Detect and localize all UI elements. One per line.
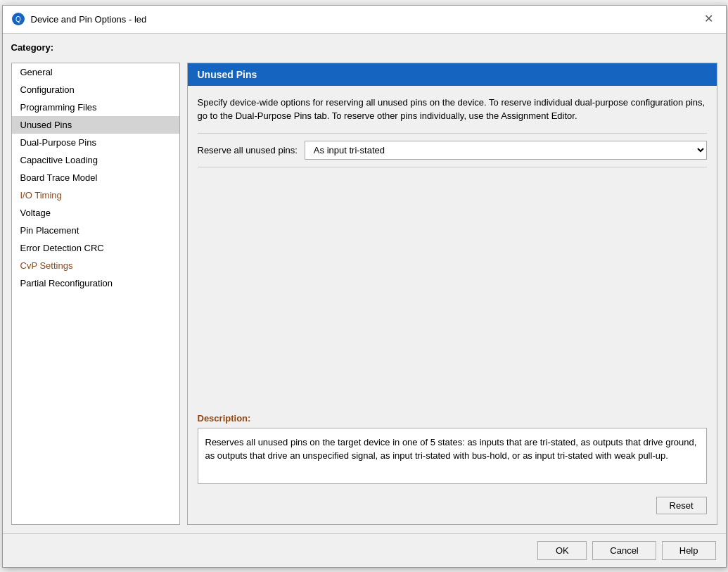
sidebar-item-unused-pins[interactable]: Unused Pins (12, 116, 179, 134)
svg-text:Q: Q (15, 15, 21, 23)
title-bar-left: Q Device and Pin Options - led (11, 12, 147, 26)
reset-row: Reset (198, 494, 707, 514)
window-title: Device and Pin Options - led (31, 14, 147, 25)
reserve-row: Reserve all unused pins: As input tri-st… (198, 133, 707, 167)
content-body: Specify device-wide options for reservin… (188, 86, 717, 524)
dialog-window: Q Device and Pin Options - led ✕ Categor… (2, 5, 727, 568)
content-description: Specify device-wide options for reservin… (198, 96, 707, 123)
sidebar-item-voltage[interactable]: Voltage (12, 204, 179, 222)
content-panel: Unused Pins Specify device-wide options … (187, 63, 717, 525)
reserve-label: Reserve all unused pins: (198, 145, 298, 155)
sidebar-item-capacitive-loading[interactable]: Capacitive Loading (12, 151, 179, 169)
sidebar-item-partial-reconfiguration[interactable]: Partial Reconfiguration (12, 274, 179, 292)
help-button[interactable]: Help (662, 541, 716, 560)
desc-text: Reserves all unused pins on the target d… (205, 437, 697, 462)
sidebar-item-cvp-settings[interactable]: CvP Settings (12, 257, 179, 274)
main-area: GeneralConfigurationProgramming FilesUnu… (11, 63, 717, 525)
desc-box: Reserves all unused pins on the target d… (198, 428, 707, 484)
ok-button[interactable]: OK (537, 541, 587, 560)
reset-button[interactable]: Reset (656, 497, 707, 514)
dialog-body: Category: GeneralConfigurationProgrammin… (3, 34, 726, 533)
spacer (198, 177, 707, 403)
sidebar-item-error-detection-crc[interactable]: Error Detection CRC (12, 239, 179, 257)
description-section: Description: Reserves all unused pins on… (198, 413, 707, 484)
app-icon: Q (11, 12, 25, 26)
reserve-select[interactable]: As input tri-statedAs output driving gro… (305, 141, 707, 160)
sidebar-item-general[interactable]: General (12, 63, 179, 81)
cancel-button[interactable]: Cancel (592, 541, 656, 560)
sidebar-item-programming-files[interactable]: Programming Files (12, 98, 179, 116)
sidebar-item-io-timing[interactable]: I/O Timing (12, 186, 179, 204)
sidebar-item-board-trace-model[interactable]: Board Trace Model (12, 169, 179, 186)
category-label: Category: (11, 42, 717, 53)
desc-label: Description: (198, 413, 707, 424)
sidebar-item-dual-purpose-pins[interactable]: Dual-Purpose Pins (12, 134, 179, 151)
sidebar: GeneralConfigurationProgramming FilesUnu… (11, 63, 180, 525)
sidebar-item-configuration[interactable]: Configuration (12, 81, 179, 98)
title-bar: Q Device and Pin Options - led ✕ (3, 6, 726, 34)
dialog-footer: OK Cancel Help (3, 533, 726, 567)
close-button[interactable]: ✕ (700, 12, 717, 26)
sidebar-item-pin-placement[interactable]: Pin Placement (12, 222, 179, 239)
content-header: Unused Pins (188, 63, 717, 86)
